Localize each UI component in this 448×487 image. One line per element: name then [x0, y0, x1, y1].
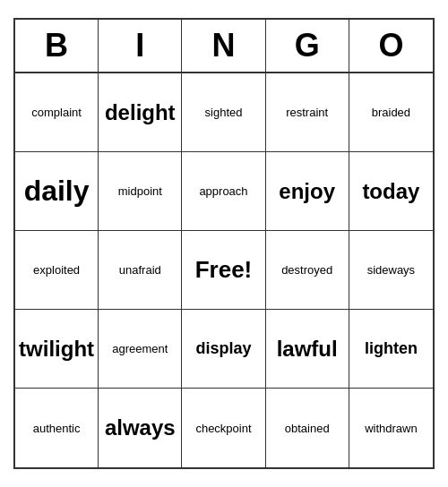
bingo-grid: complaintdelightsightedrestraintbraidedd… — [15, 73, 433, 467]
bingo-cell-text-21: always — [105, 415, 176, 440]
header-letter-i: I — [99, 20, 182, 72]
bingo-cell-text-16: agreement — [112, 342, 168, 355]
bingo-cell-1: delight — [99, 73, 182, 152]
bingo-cell-8: enjoy — [266, 152, 349, 231]
header-letter-b: B — [15, 20, 99, 72]
bingo-cell-23: obtained — [266, 389, 349, 467]
bingo-cell-text-5: daily — [24, 175, 90, 208]
bingo-cell-text-24: withdrawn — [365, 422, 418, 435]
bingo-cell-9: today — [349, 152, 433, 231]
bingo-cell-text-23: obtained — [285, 422, 330, 435]
bingo-cell-text-2: sighted — [205, 106, 243, 119]
bingo-cell-11: unafraid — [99, 231, 182, 310]
bingo-cell-13: destroyed — [266, 231, 349, 310]
bingo-cell-text-17: display — [195, 339, 251, 358]
bingo-cell-7: approach — [182, 152, 265, 231]
bingo-cell-12: Free! — [182, 231, 265, 310]
bingo-cell-2: sighted — [182, 73, 265, 152]
bingo-cell-24: withdrawn — [349, 389, 433, 467]
bingo-cell-21: always — [99, 389, 182, 467]
header-letter-o: O — [349, 20, 433, 72]
bingo-cell-6: midpoint — [99, 152, 182, 231]
bingo-cell-text-15: twilight — [19, 337, 94, 362]
bingo-cell-18: lawful — [266, 310, 349, 389]
bingo-cell-text-20: authentic — [33, 422, 81, 435]
bingo-cell-5: daily — [15, 152, 99, 231]
bingo-cell-15: twilight — [15, 310, 99, 389]
bingo-cell-text-4: braided — [372, 106, 410, 119]
bingo-cell-text-1: delight — [105, 100, 176, 125]
bingo-cell-text-22: checkpoint — [195, 422, 251, 435]
bingo-cell-text-10: exploited — [33, 263, 80, 277]
bingo-cell-text-8: enjoy — [279, 179, 335, 204]
bingo-header: BINGO — [15, 20, 433, 73]
bingo-cell-16: agreement — [99, 310, 182, 389]
header-letter-n: N — [182, 20, 265, 72]
bingo-cell-text-13: destroyed — [281, 263, 332, 277]
bingo-cell-20: authentic — [15, 389, 99, 467]
bingo-cell-text-6: midpoint — [118, 184, 162, 198]
header-letter-g: G — [266, 20, 349, 72]
bingo-cell-text-12: Free! — [195, 256, 253, 284]
bingo-card: BINGO complaintdelightsightedrestraintbr… — [13, 18, 435, 469]
bingo-cell-text-14: sideways — [367, 263, 415, 277]
bingo-cell-text-18: lawful — [277, 337, 338, 362]
bingo-cell-17: display — [182, 310, 265, 389]
bingo-cell-22: checkpoint — [182, 389, 265, 467]
bingo-cell-4: braided — [349, 73, 433, 152]
bingo-cell-0: complaint — [15, 73, 99, 152]
bingo-cell-14: sideways — [349, 231, 433, 310]
bingo-cell-10: exploited — [15, 231, 99, 310]
bingo-cell-text-3: restraint — [286, 106, 328, 119]
bingo-cell-text-19: lighten — [365, 339, 418, 358]
bingo-cell-3: restraint — [266, 73, 349, 152]
bingo-cell-text-11: unafraid — [119, 263, 161, 277]
bingo-cell-text-7: approach — [199, 184, 247, 198]
bingo-cell-text-0: complaint — [31, 106, 82, 119]
bingo-cell-19: lighten — [349, 310, 433, 389]
bingo-cell-text-9: today — [362, 179, 419, 204]
